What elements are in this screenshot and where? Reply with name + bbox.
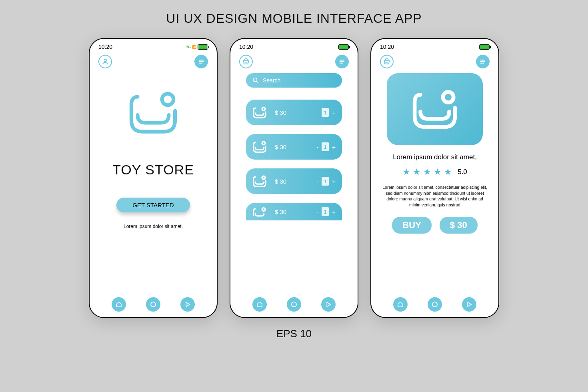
app-logo (127, 88, 179, 138)
quantity-value: 1 (322, 207, 329, 216)
status-right: 5G 📶 (186, 44, 208, 50)
product-card[interactable]: $ 30 - 1 + (246, 168, 342, 194)
status-time: 10:20 (98, 44, 112, 50)
bottom-nav (230, 297, 358, 312)
user-icon (102, 58, 109, 65)
page-title: UI UX DESIGN MOBILE INTERFACE APP (166, 11, 422, 26)
footer-text: EPS 10 (276, 328, 312, 340)
minus-button[interactable]: - (316, 178, 318, 185)
quantity-value: 1 (322, 142, 329, 151)
minus-button[interactable]: - (316, 109, 318, 116)
welcome-subtext: Lorem ipsum dolor sit amet, (124, 224, 183, 229)
product-price: $ 30 (275, 144, 311, 150)
product-title: Lorem ipsum dolor sit amet, (393, 153, 477, 161)
nav-circle-button[interactable] (428, 297, 442, 312)
product-image (387, 73, 483, 145)
product-card[interactable]: $ 30 - 1 + (246, 100, 342, 125)
menu-button[interactable] (476, 55, 490, 68)
product-price: $ 30 (275, 208, 311, 215)
play-icon (184, 301, 191, 308)
plus-button[interactable]: + (332, 144, 336, 150)
top-row (371, 52, 498, 68)
phones-row: 10:20 5G 📶 TOY STORE GET STA (89, 38, 499, 318)
status-time: 10:20 (239, 44, 253, 50)
product-description: Lorem ipsum dolor sit amet, consectetuer… (380, 184, 490, 208)
circle-icon (150, 301, 157, 308)
plus-button[interactable]: + (332, 178, 336, 185)
cart-button[interactable] (380, 55, 394, 68)
status-bar: 10:20 (371, 39, 498, 52)
svg-point-13 (262, 176, 265, 179)
play-icon (466, 301, 473, 308)
svg-point-20 (432, 302, 437, 307)
nav-circle-button[interactable] (287, 297, 301, 312)
quantity-value: 1 (322, 108, 329, 117)
search-placeholder: Search (263, 77, 280, 84)
store-title: TOY STORE (112, 162, 194, 178)
product-icon (252, 174, 267, 188)
menu-button[interactable] (335, 55, 349, 68)
product-card[interactable]: $ 30 - 1 + (246, 134, 342, 160)
circle-icon (290, 301, 298, 308)
price-button[interactable]: $ 30 (440, 217, 478, 234)
status-time: 10:20 (380, 44, 394, 50)
star-icon: ★ (423, 167, 431, 177)
status-right (479, 44, 490, 50)
quantity-stepper[interactable]: - 1 + (316, 177, 336, 186)
status-right (338, 44, 349, 50)
product-price: $ 30 (275, 178, 311, 185)
nav-circle-button[interactable] (146, 297, 160, 312)
svg-point-0 (104, 59, 106, 62)
product-price: $ 30 (275, 109, 311, 116)
nav-home-button[interactable] (393, 297, 408, 312)
menu-icon (338, 58, 346, 65)
bottom-nav (90, 297, 217, 312)
svg-line-10 (256, 81, 258, 83)
home-icon (115, 301, 122, 308)
menu-button[interactable] (194, 55, 208, 68)
buy-row: BUY $ 30 (392, 217, 477, 234)
phone-screen-detail: 10:20 Lorem ipsum dolor sit amet, ★ (370, 38, 499, 318)
nav-home-button[interactable] (252, 297, 267, 312)
bottom-nav (371, 297, 498, 312)
top-row (90, 52, 217, 68)
battery-icon (338, 44, 349, 50)
nav-play-button[interactable] (180, 297, 195, 312)
minus-button[interactable]: - (316, 144, 318, 150)
home-icon (256, 301, 263, 308)
quantity-value: 1 (322, 177, 329, 186)
profile-button[interactable] (98, 55, 112, 68)
product-icon (252, 140, 267, 154)
star-icon: ★ (444, 167, 452, 177)
star-icon: ★ (413, 167, 421, 177)
product-icon (252, 206, 267, 218)
content-list: Search $ 30 - 1 + $ 30 - (230, 68, 358, 317)
status-bar: 10:20 (230, 39, 358, 52)
nav-play-button[interactable] (321, 297, 336, 312)
content-detail: Lorem ipsum dolor sit amet, ★ ★ ★ ★ ★ 5.… (371, 68, 498, 317)
quantity-stepper[interactable]: - 1 + (316, 142, 336, 151)
get-started-button[interactable]: GET STARTED (116, 198, 190, 212)
top-row (230, 52, 358, 68)
nav-home-button[interactable] (112, 297, 126, 312)
svg-point-14 (262, 208, 265, 211)
search-icon (252, 77, 259, 84)
battery-icon (198, 44, 208, 50)
phone-screen-list: 10:20 Search $ 30 - (230, 38, 358, 318)
product-card[interactable]: $ 30 - 1 + (246, 203, 342, 220)
svg-point-5 (151, 302, 156, 307)
rating-row: ★ ★ ★ ★ ★ 5.0 (402, 167, 467, 177)
buy-button[interactable]: BUY (392, 217, 431, 234)
nav-play-button[interactable] (462, 297, 476, 312)
basket-icon (242, 58, 250, 65)
cart-button[interactable] (239, 55, 253, 68)
search-input[interactable]: Search (246, 73, 342, 88)
quantity-stepper[interactable]: - 1 + (316, 108, 336, 117)
quantity-stepper[interactable]: - 1 + (316, 207, 336, 216)
plus-button[interactable]: + (332, 208, 336, 215)
minus-button[interactable]: - (316, 208, 318, 215)
signal-icon: 5G (186, 45, 190, 49)
svg-point-9 (253, 78, 257, 82)
circle-icon (431, 301, 438, 308)
plus-button[interactable]: + (332, 109, 336, 116)
